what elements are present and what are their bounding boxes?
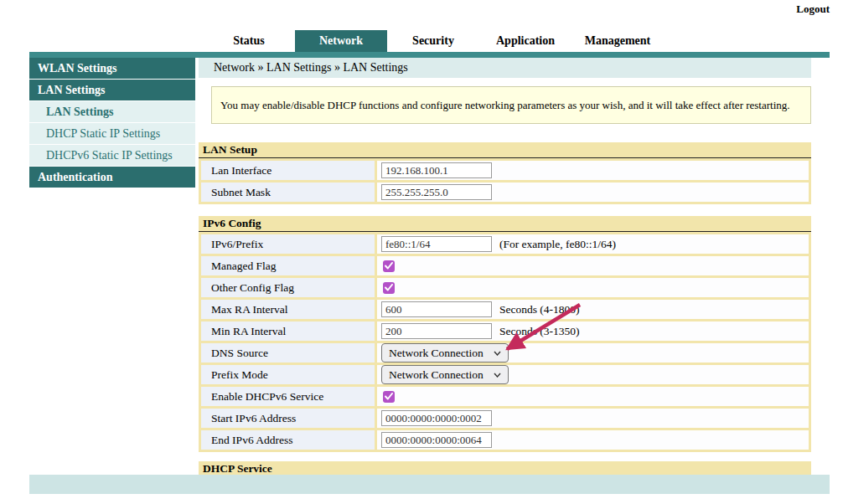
enable-dhcpv6-service-checkbox[interactable] <box>383 391 395 403</box>
other-config-flag-checkbox[interactable] <box>383 282 395 294</box>
ipv6-prefix-note: (For example, fe80::1/64) <box>499 238 616 251</box>
dns-source-select[interactable]: Network Connection <box>381 343 509 363</box>
chevron-down-icon <box>494 373 501 378</box>
value-cell-lan-interface <box>377 161 809 180</box>
row-start-ipv6-address: Start IPv6 Address <box>201 409 809 428</box>
sidebar-item-authentication[interactable]: Authentication <box>29 167 195 188</box>
row-min-ra-interval: Min RA IntervalSeconds (3-1350) <box>201 321 809 341</box>
label-prefix-mode: Prefix Mode <box>201 365 375 384</box>
min-ra-interval-input[interactable] <box>381 323 492 339</box>
tab-application[interactable]: Application <box>479 30 571 52</box>
nav-divider-bar <box>29 52 830 58</box>
label-lan-interface: Lan Interface <box>201 161 375 180</box>
lan-setup-section: LAN Setup Lan InterfaceSubnet Mask <box>199 142 811 204</box>
row-prefix-mode: Prefix ModeNetwork Connection <box>201 365 809 384</box>
tab-security[interactable]: Security <box>387 30 479 52</box>
sidebar-item-lan-settings[interactable]: LAN Settings <box>29 80 195 101</box>
label-subnet-mask: Subnet Mask <box>201 183 375 202</box>
value-cell-prefix-mode: Network Connection <box>377 365 809 384</box>
label-managed-flag: Managed Flag <box>201 256 375 275</box>
breadcrumb: Network » LAN Settings » LAN Settings <box>199 58 811 78</box>
row-other-config-flag: Other Config Flag <box>201 278 809 297</box>
notice-text: You may enable/disable DHCP functions an… <box>220 99 790 112</box>
sidebar-item-dhcpv6-static-ip-settings[interactable]: DHCPv6 Static IP Settings <box>29 145 195 167</box>
label-dns-source: DNS Source <box>201 343 375 363</box>
row-dns-source: DNS SourceNetwork Connection <box>201 343 809 363</box>
value-cell-max-ra-interval: Seconds (4-1800) <box>377 300 809 319</box>
value-cell-managed-flag <box>377 256 809 275</box>
value-cell-subnet-mask <box>377 183 809 202</box>
tab-management[interactable]: Management <box>571 30 664 52</box>
row-managed-flag: Managed Flag <box>201 256 809 275</box>
value-cell-start-ipv6-address <box>377 409 809 428</box>
max-ra-interval-note: Seconds (4-1800) <box>499 303 580 316</box>
end-ipv6-address-input[interactable] <box>381 432 492 448</box>
sidebar-item-lan-settings[interactable]: LAN Settings <box>29 101 195 123</box>
label-enable-dhcpv6-service: Enable DHCPv6 Service <box>201 387 375 406</box>
prefix-mode-select[interactable]: Network Connection <box>381 365 509 384</box>
check-icon <box>385 393 393 400</box>
value-cell-end-ipv6-address <box>377 430 809 450</box>
sidebar: WLAN SettingsLAN SettingsLAN SettingsDHC… <box>29 58 195 188</box>
row-lan-interface: Lan Interface <box>201 161 809 180</box>
subnet-mask-input[interactable] <box>381 184 492 200</box>
lan-interface-input[interactable] <box>381 162 492 178</box>
sidebar-item-wlan-settings[interactable]: WLAN Settings <box>29 58 195 80</box>
value-cell-enable-dhcpv6-service <box>377 387 809 406</box>
sidebar-item-dhcp-static-ip-settings[interactable]: DHCP Static IP Settings <box>29 123 195 145</box>
ipv6-prefix-input[interactable] <box>381 236 492 252</box>
label-max-ra-interval: Max RA Interval <box>201 300 375 319</box>
check-icon <box>385 284 393 291</box>
row-subnet-mask: Subnet Mask <box>201 183 809 202</box>
start-ipv6-address-input[interactable] <box>381 410 492 426</box>
row-max-ra-interval: Max RA IntervalSeconds (4-1800) <box>201 300 809 319</box>
max-ra-interval-input[interactable] <box>381 301 492 317</box>
section-title-ipv6-config: IPv6 Config <box>199 216 811 232</box>
prefix-mode-selected-value: Network Connection <box>389 368 484 382</box>
value-cell-dns-source: Network Connection <box>377 343 809 363</box>
min-ra-interval-note: Seconds (3-1350) <box>499 325 580 338</box>
tab-network[interactable]: Network <box>295 30 387 52</box>
row-enable-dhcpv6-service: Enable DHCPv6 Service <box>201 387 809 406</box>
label-min-ra-interval: Min RA Interval <box>201 321 375 341</box>
managed-flag-checkbox[interactable] <box>383 260 395 272</box>
footer-strip <box>29 475 830 494</box>
value-cell-min-ra-interval: Seconds (3-1350) <box>377 321 809 341</box>
label-other-config-flag: Other Config Flag <box>201 278 375 297</box>
tab-status[interactable]: Status <box>203 30 295 52</box>
chevron-down-icon <box>494 351 501 356</box>
router-admin-page: Logout StatusNetworkSecurityApplicationM… <box>0 0 843 504</box>
row-end-ipv6-address: End IPv6 Address <box>201 430 809 450</box>
ipv6-config-section: IPv6 Config IPv6/Prefix(For example, fe8… <box>199 216 811 452</box>
label-end-ipv6-address: End IPv6 Address <box>201 430 375 450</box>
top-nav-tabs: StatusNetworkSecurityApplicationManageme… <box>203 30 664 52</box>
value-cell-ipv6-prefix: (For example, fe80::1/64) <box>377 234 809 254</box>
logout-link[interactable]: Logout <box>796 3 830 16</box>
label-ipv6-prefix: IPv6/Prefix <box>201 234 375 254</box>
dns-source-selected-value: Network Connection <box>389 347 484 360</box>
notice-box: You may enable/disable DHCP functions an… <box>211 86 811 124</box>
check-icon <box>385 262 393 270</box>
section-title-lan-setup: LAN Setup <box>199 142 811 158</box>
section-title-dhcp-service: DHCP Service <box>199 461 811 475</box>
label-start-ipv6-address: Start IPv6 Address <box>201 409 375 428</box>
row-ipv6-prefix: IPv6/Prefix(For example, fe80::1/64) <box>201 234 809 254</box>
value-cell-other-config-flag <box>377 278 809 297</box>
